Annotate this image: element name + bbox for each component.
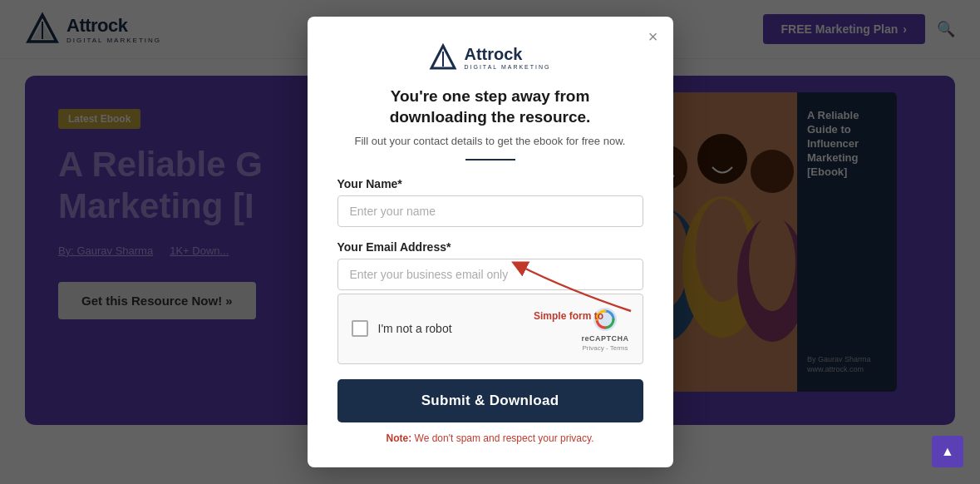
captcha-brand: reCAPTCHA	[581, 334, 628, 343]
captcha-left: I'm not a robot	[352, 320, 452, 337]
download-form: Your Name* Your Email Address* Simple fo…	[337, 177, 643, 444]
submit-button[interactable]: Submit & Download	[337, 379, 643, 422]
note-label: Note:	[387, 432, 412, 444]
recaptcha-logo	[592, 306, 618, 333]
email-field-area: Your Email Address* Simple form to acces…	[337, 240, 643, 294]
modal-divider	[465, 159, 515, 161]
modal-overlay: × Attrock DIGITAL MARKETING You're one s…	[0, 0, 980, 484]
modal-logo-sub: DIGITAL MARKETING	[464, 64, 550, 70]
modal-logo-brand: Attrock	[464, 45, 550, 64]
email-input[interactable]	[337, 259, 643, 290]
captcha-links: Privacy - Terms	[583, 344, 628, 352]
captcha-right: reCAPTCHA Privacy - Terms	[581, 306, 628, 352]
note-content: We don't spam and respect your privacy.	[415, 432, 594, 444]
email-label: Your Email Address*	[337, 240, 643, 254]
scroll-to-top-button[interactable]: ▲	[932, 436, 963, 467]
name-input[interactable]	[337, 195, 643, 227]
modal-title: You're one step away fromdownloading the…	[337, 86, 643, 127]
modal-close-button[interactable]: ×	[648, 28, 658, 45]
modal-logo: Attrock DIGITAL MARKETING	[337, 43, 643, 72]
note-text: Note: We don't spam and respect your pri…	[337, 432, 643, 444]
modal-logo-text: Attrock DIGITAL MARKETING	[464, 45, 550, 70]
name-label: Your Name*	[337, 177, 643, 190]
modal-logo-icon	[429, 43, 457, 72]
modal-dialog: × Attrock DIGITAL MARKETING You're one s…	[308, 17, 673, 467]
captcha-widget[interactable]: I'm not a robot reCAPTCHA Privacy - Term…	[337, 294, 643, 364]
captcha-label: I'm not a robot	[378, 322, 452, 335]
captcha-checkbox[interactable]	[352, 320, 368, 337]
modal-subtitle: Fill out your contact details to get the…	[337, 135, 643, 147]
